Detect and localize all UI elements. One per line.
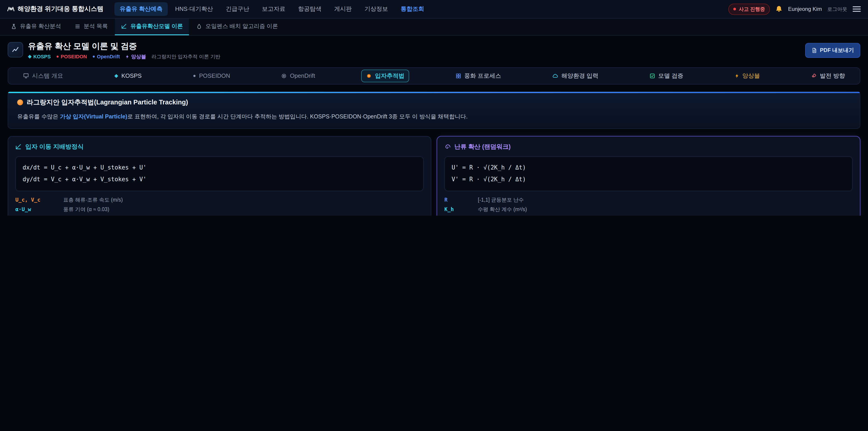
cloud-icon	[553, 73, 558, 79]
subtab-analysis-list[interactable]: 분석 목록	[68, 19, 114, 35]
logo-icon	[7, 6, 14, 12]
tab-model-validation[interactable]: 모델 검증	[645, 70, 688, 82]
equation-cards-row: 입자 이동 지배방정식 dx/dt = U_c + α·U_w + U_stok…	[8, 136, 860, 216]
main-nav: 유출유 확산예측 HNS·대기확산 긴급구난 보고자료 항공탐색 게시판 기상정…	[114, 2, 724, 16]
monitor-icon	[23, 73, 29, 79]
random-walk-card: 난류 확산 (랜덤워크) U' = R · √(2K_h / Δt) V' = …	[437, 136, 860, 216]
status-dot-icon	[733, 8, 736, 10]
circle-icon: ●	[56, 55, 59, 59]
tab-poseidon[interactable]: ● POSEIDON	[188, 70, 235, 82]
logout-button[interactable]: 로그아웃	[827, 6, 847, 12]
diamond-icon: ◆	[28, 55, 31, 59]
page-header-text: 유출유 확산 모델 이론 및 검증 ◆ KOSPS ● POSEIDON ● O…	[28, 42, 220, 60]
pdf-export-label: PDF 내보내기	[820, 47, 854, 54]
subtab-label: 오일펜스 배치 알고리즘 이론	[206, 23, 278, 30]
tab-kosps[interactable]: ◆ KOSPS	[110, 70, 147, 82]
notification-bell-icon[interactable]	[776, 5, 783, 13]
circle-icon: ●	[92, 55, 95, 59]
page-content: 유출유 확산 모델 이론 및 검증 ◆ KOSPS ● POSEIDON ● O…	[0, 36, 868, 216]
lagrangian-theory-section: 라그랑지안 입자추적법(Lagrangian Particle Tracking…	[8, 92, 860, 129]
random-walk-card-title: 난류 확산 (랜덤워크)	[444, 143, 852, 151]
hamburger-menu-icon[interactable]	[852, 6, 861, 12]
spiral-icon	[444, 144, 451, 150]
poseidon-badge: ● POSEIDON	[56, 54, 87, 59]
term-symbol: R	[444, 196, 473, 203]
ensemble-badge: 앙상블	[125, 53, 146, 60]
subtab-spill-analysis[interactable]: 유출유 확산분석	[4, 19, 67, 35]
theory-description: 유출유를 수많은 가상 입자(Virtual Particle)로 표현하여, …	[17, 112, 851, 121]
bolt-icon	[125, 54, 129, 59]
user-name[interactable]: Eunjeong Kim	[788, 6, 822, 12]
tab-opendrift[interactable]: OpenDrift	[276, 70, 320, 82]
random-walk-term-list: R [-1,1] 균등분포 난수 K_h 수평 확산 계수 (m²/s) Δt …	[444, 196, 852, 216]
page-chart-icon	[8, 42, 23, 57]
grid-icon	[456, 73, 461, 79]
subtab-model-theory[interactable]: 유출유확산모델 이론	[115, 19, 189, 35]
term-desc: [-1,1] 균등분포 난수	[478, 196, 852, 204]
term-symbol: K_h	[444, 206, 473, 212]
nav-item-aerial-search[interactable]: 항공탐색	[292, 2, 327, 16]
term-desc: 수평 확산 계수 (m²/s)	[478, 206, 852, 213]
diamond-icon: ◆	[114, 73, 118, 79]
term-symbol: U_c, V_c	[16, 196, 59, 203]
app-logo[interactable]: 해양환경 위기대응 통합시스템	[7, 5, 103, 13]
governing-term-list: U_c, V_c 표층 해류·조류 속도 (m/s) α·U_w 풍류 기여 (…	[16, 196, 424, 216]
tab-weathering-process[interactable]: 풍화 프로세스	[451, 70, 506, 82]
check-square-icon	[650, 73, 655, 79]
term-symbol: α·U_w	[16, 206, 59, 212]
circle-icon: ●	[193, 73, 196, 79]
page-header: 유출유 확산 모델 이론 및 검증 ◆ KOSPS ● POSEIDON ● O…	[8, 42, 860, 60]
top-bar: 해양환경 위기대응 통합시스템 유출유 확산예측 HNS·대기확산 긴급구난 보…	[0, 0, 868, 19]
subtab-label: 분석 목록	[84, 23, 108, 30]
target-icon	[281, 73, 287, 79]
tab-system-overview[interactable]: 시스템 개요	[18, 70, 68, 82]
nav-item-hns-dispersion[interactable]: HNS·대기확산	[170, 2, 219, 16]
app-screen: 해양환경 위기대응 통합시스템 유출유 확산예측 HNS·대기확산 긴급구난 보…	[0, 0, 868, 216]
subtab-label: 유출유확산모델 이론	[130, 23, 183, 30]
status-badge-label: 사고 진행중	[739, 6, 765, 12]
model-badge-row: ◆ KOSPS ● POSEIDON ● OpenDrift	[28, 53, 220, 60]
topbar-right: 사고 진행중 Eunjeong Kim 로그아웃	[728, 3, 861, 15]
nav-item-emergency-rescue[interactable]: 긴급구난	[220, 2, 254, 16]
random-walk-code-block: U' = R · √(2K_h / Δt) V' = R · √(2K_h / …	[444, 156, 852, 191]
governing-card-title: 입자 이동 지배방정식	[16, 143, 424, 151]
theory-heading: 라그랑지안 입자추적법(Lagrangian Particle Tracking…	[17, 98, 851, 107]
incident-status-badge[interactable]: 사고 진행중	[728, 3, 770, 15]
subtab-label: 유출유 확산분석	[20, 23, 61, 30]
orange-particle-icon	[17, 99, 23, 105]
governing-equation-card: 입자 이동 지배방정식 dx/dt = U_c + α·U_w + U_stok…	[8, 136, 431, 216]
term-desc: 표층 해류·조류 속도 (m/s)	[63, 196, 424, 204]
nav-item-reports[interactable]: 보고자료	[256, 2, 291, 16]
logo-text: 해양환경 위기대응 통합시스템	[18, 5, 103, 13]
governing-code-block: dx/dt = U_c + α·U_w + U_stokes + U' dy/d…	[16, 156, 424, 191]
tab-ensemble[interactable]: 앙상블	[730, 70, 765, 82]
nav-item-weather-info[interactable]: 기상정보	[359, 2, 393, 16]
ruler-chart-icon	[16, 144, 22, 150]
list-icon	[74, 24, 81, 29]
opendrift-badge: ● OpenDrift	[92, 54, 120, 59]
ruler-chart-icon	[121, 24, 127, 29]
bolt-icon	[735, 73, 739, 79]
tab-particle-tracking[interactable]: 입자추적법	[362, 70, 409, 82]
page-subtitle: 라그랑지안 입자추적 이론 기반	[151, 53, 220, 60]
pdf-export-button[interactable]: PDF 내보내기	[805, 43, 860, 58]
rocket-icon	[811, 73, 817, 79]
nav-item-board[interactable]: 게시판	[329, 2, 357, 16]
virtual-particle-highlight: 가상 입자(Virtual Particle)	[60, 114, 127, 120]
nav-item-integrated-search[interactable]: 통합조회	[395, 2, 430, 16]
flask-icon	[11, 24, 17, 29]
subtab-oil-fence-theory[interactable]: 오일펜스 배치 알고리즘 이론	[190, 19, 284, 35]
tab-marine-environment-input[interactable]: 해양환경 입력	[548, 70, 603, 82]
term-desc: 풍류 기여 (α ≈ 0.03)	[63, 206, 424, 213]
tab-future-direction[interactable]: 발전 방향	[806, 70, 850, 82]
document-icon	[811, 48, 817, 53]
page-title: 유출유 확산 모델 이론 및 검증	[28, 42, 220, 51]
kosps-badge: ◆ KOSPS	[28, 54, 51, 59]
section-tab-strip: 시스템 개요 ◆ KOSPS ● POSEIDON OpenDrift	[8, 67, 860, 85]
droplet-icon	[196, 24, 202, 29]
orange-particle-icon	[366, 73, 372, 79]
sub-tab-bar: 유출유 확산분석 분석 목록 유출유확산모델 이론	[0, 19, 868, 36]
nav-item-oil-spill-forecast[interactable]: 유출유 확산예측	[114, 2, 168, 16]
